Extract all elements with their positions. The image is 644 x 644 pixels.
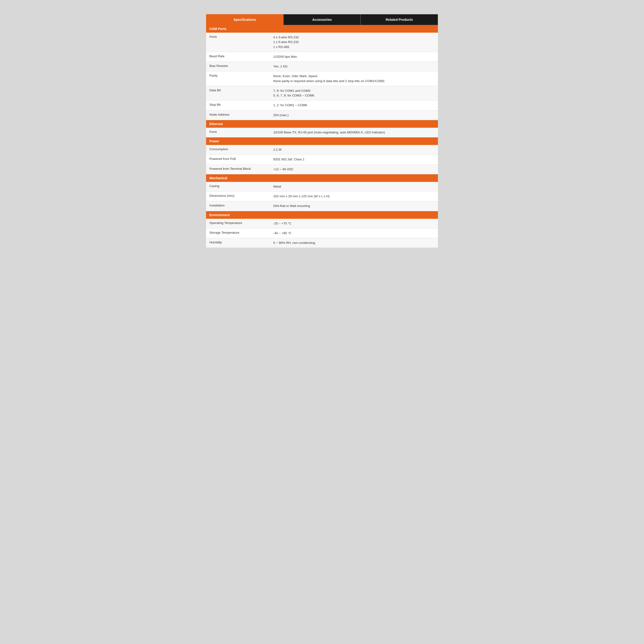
spec-label: Bias Resistor xyxy=(206,62,270,71)
spec-label: Casing xyxy=(206,182,270,192)
spec-label: Installation xyxy=(206,201,270,211)
tab-related-products[interactable]: Related Products xyxy=(361,14,438,25)
spec-row: Baud Rate115200 bps Max. xyxy=(206,52,438,61)
spec-row: Bias ResistorYes, 1 KΩ xyxy=(206,62,438,71)
spec-label: Storage Temperature xyxy=(206,228,270,238)
spec-value: 2.2 W xyxy=(270,145,438,155)
spec-label: Dimensions (mm) xyxy=(206,192,270,201)
tab-bar: SpecificationsAccessoriesRelated Product… xyxy=(206,14,438,25)
spec-label: Powered from Terminal Block xyxy=(206,164,270,174)
spec-label: Stop Bit xyxy=(206,101,270,110)
spec-value: Yes, 1 KΩ xyxy=(270,62,438,71)
spec-row: Consumption2.2 W xyxy=(206,145,438,155)
spec-value: IEEE 802.3af, Class 1 xyxy=(270,155,438,164)
spec-value: 102 mm x 29 mm x 125 mm (W x L x H) xyxy=(270,192,438,201)
spec-label: Operating Temperature xyxy=(206,219,270,228)
spec-value: -25 ~ +75 °C xyxy=(270,219,438,228)
spec-value: 254 (max.) xyxy=(270,110,438,120)
spec-value: Metal xyxy=(270,182,438,192)
spec-value: 7, 8: for COM1 and COM25, 6, 7, 8: for C… xyxy=(270,86,438,101)
spec-row: Humidity5 ~ 90% RH, non-condensing xyxy=(206,238,438,248)
spec-row: Node Address254 (max.) xyxy=(206,110,438,120)
spec-row: Ports4 x 3-wire RS-2321 x 5-wire RS-2321… xyxy=(206,33,438,52)
section-header-environment: Environment xyxy=(206,211,438,219)
section-header-ethernet: Ethernet xyxy=(206,120,438,128)
spec-label: Humidity xyxy=(206,238,270,248)
spec-table: COM PortsPorts4 x 3-wire RS-2321 x 5-wir… xyxy=(206,25,438,248)
spec-row: CasingMetal xyxy=(206,182,438,192)
spec-row: Operating Temperature-25 ~ +75 °C xyxy=(206,219,438,228)
spec-value: 5 ~ 90% RH, non-condensing xyxy=(270,238,438,248)
spec-row: Storage Temperature-40 ~ +80 °C xyxy=(206,228,438,238)
spec-label: Powered from PoE xyxy=(206,155,270,164)
spec-value: -40 ~ +80 °C xyxy=(270,228,438,238)
spec-value: 1, 2: for COM1 ~ COM6 xyxy=(270,101,438,110)
spec-value: DIN-Rail or Wall mounting xyxy=(270,201,438,211)
spec-row: Data Bit7, 8: for COM1 and COM25, 6, 7, … xyxy=(206,86,438,101)
spec-row: Powered from Terminal Block+12 ~ 48 VDC xyxy=(206,164,438,174)
spec-value: None, Even, Odd, Mark, SpaceNone parity … xyxy=(270,71,438,86)
tab-accessories[interactable]: Accessories xyxy=(283,14,361,25)
spec-row: Ports10/100 Base-TX, RJ-45 port (Auto-ne… xyxy=(206,128,438,137)
spec-value: +12 ~ 48 VDC xyxy=(270,164,438,174)
tab-specifications[interactable]: Specifications xyxy=(206,14,283,25)
spec-value: 10/100 Base-TX, RJ-45 port (Auto-negotia… xyxy=(270,128,438,137)
spec-label: Data Bit xyxy=(206,86,270,101)
spec-label: Ports xyxy=(206,128,270,137)
section-header-power: Power xyxy=(206,137,438,145)
main-container: SpecificationsAccessoriesRelated Product… xyxy=(206,14,438,248)
spec-label: Node Address xyxy=(206,110,270,120)
spec-row: Powered from PoEIEEE 802.3af, Class 1 xyxy=(206,155,438,164)
spec-row: ParityNone, Even, Odd, Mark, SpaceNone p… xyxy=(206,71,438,86)
spec-value: 115200 bps Max. xyxy=(270,52,438,61)
section-header-mechanical: Mechanical xyxy=(206,174,438,182)
section-header-com-ports: COM Ports xyxy=(206,25,438,33)
spec-label: Parity xyxy=(206,71,270,86)
spec-row: InstallationDIN-Rail or Wall mounting xyxy=(206,201,438,211)
spec-label: Ports xyxy=(206,33,270,52)
spec-row: Dimensions (mm)102 mm x 29 mm x 125 mm (… xyxy=(206,192,438,201)
spec-label: Baud Rate xyxy=(206,52,270,61)
spec-value: 4 x 3-wire RS-2321 x 5-wire RS-2321 x RS… xyxy=(270,33,438,52)
spec-row: Stop Bit1, 2: for COM1 ~ COM6 xyxy=(206,101,438,110)
spec-label: Consumption xyxy=(206,145,270,155)
